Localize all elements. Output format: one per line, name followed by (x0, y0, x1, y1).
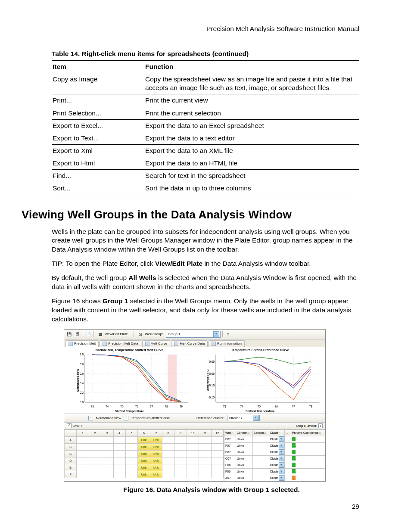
well-cell[interactable] (162, 443, 174, 450)
report-icon[interactable]: 📄 (85, 331, 92, 338)
well-cell[interactable] (77, 436, 89, 443)
well-cell[interactable] (162, 464, 174, 471)
well-cell[interactable] (162, 457, 174, 464)
well-cell[interactable] (77, 457, 89, 464)
chevron-down-icon[interactable]: ▾ (279, 475, 284, 481)
tab-precision-melt[interactable]: Precision Melt (65, 340, 99, 347)
help-icon[interactable]: ? (224, 331, 231, 338)
well-cell[interactable] (187, 443, 199, 450)
well-cell[interactable] (162, 450, 174, 457)
tab-melt-curve[interactable]: Melt Curve (142, 340, 171, 347)
well-cell[interactable]: Unk (150, 436, 162, 443)
well-cell[interactable]: Unk (150, 457, 162, 464)
well-cell[interactable] (187, 471, 199, 478)
well-cell[interactable]: Unk (150, 443, 162, 450)
well-cell[interactable] (101, 457, 113, 464)
well-cell[interactable] (113, 450, 125, 457)
well-cell[interactable] (199, 450, 211, 457)
well-cell[interactable]: Unk (138, 436, 150, 443)
well-cell[interactable] (174, 457, 187, 464)
well-cell[interactable] (211, 436, 224, 443)
well-cell[interactable] (101, 436, 113, 443)
well-cell[interactable] (211, 450, 224, 457)
tab-melt-curve-data[interactable]: Melt Curve Data (171, 340, 208, 347)
well-cell[interactable] (125, 443, 137, 450)
sybr-checkbox[interactable]: ✓ (67, 423, 72, 428)
well-cell[interactable] (199, 457, 211, 464)
chevron-down-icon[interactable]: ▾ (279, 436, 284, 442)
well-cell[interactable] (77, 450, 89, 457)
well-cell[interactable] (174, 436, 187, 443)
well-cell[interactable] (199, 471, 211, 478)
well-cell[interactable] (187, 450, 199, 457)
well-cell[interactable] (89, 436, 101, 443)
well-cell[interactable]: Unk (150, 450, 162, 457)
well-cell[interactable] (101, 450, 113, 457)
well-cell[interactable] (211, 457, 224, 464)
well-cell[interactable] (187, 457, 199, 464)
well-cell[interactable] (174, 471, 187, 478)
well-cell[interactable] (101, 443, 113, 450)
table-row[interactable]: E07UnknCluster 2▾99. (224, 436, 325, 442)
well-cell[interactable] (125, 464, 137, 471)
table-row[interactable]: B07UnknCluster 3▾93. (224, 449, 325, 455)
reference-cluster-select[interactable]: Cluster 7 ▾ (227, 415, 260, 421)
well-cell[interactable]: Unk (138, 464, 150, 471)
print-preview-icon[interactable]: 🗐 (74, 331, 81, 338)
chevron-down-icon[interactable]: ▾ (279, 449, 284, 455)
well-cell[interactable] (125, 457, 137, 464)
well-cell[interactable] (199, 436, 211, 443)
well-cell[interactable] (77, 471, 89, 478)
well-cell[interactable] (174, 443, 187, 450)
well-cell[interactable] (101, 464, 113, 471)
table-row[interactable]: F07UnknCluster 2▾99. (224, 442, 325, 449)
well-cell[interactable] (211, 443, 224, 450)
well-cell[interactable] (77, 443, 89, 450)
well-cell[interactable] (211, 464, 224, 471)
well-cell[interactable] (113, 464, 125, 471)
well-cell[interactable] (187, 464, 199, 471)
well-cell[interactable] (162, 471, 174, 478)
well-cell[interactable] (89, 471, 101, 478)
well-cell[interactable] (101, 471, 113, 478)
well-selector-grid[interactable]: 123456789101112AUnkUnkBUnkUnkCUnkUnkDUnk… (64, 429, 224, 481)
chevron-down-icon[interactable]: ▾ (279, 462, 284, 468)
well-cell[interactable] (113, 443, 125, 450)
well-cell[interactable] (89, 457, 101, 464)
well-cell[interactable]: Unk (138, 450, 150, 457)
well-cell[interactable]: Unk (138, 471, 150, 478)
well-cell[interactable] (113, 436, 125, 443)
cluster-table[interactable]: Well◇Content◇Sample◇Cluster△Percent Conf… (224, 429, 325, 481)
well-cell[interactable] (187, 436, 199, 443)
well-cell[interactable]: Unk (150, 471, 162, 478)
well-cell[interactable] (89, 443, 101, 450)
normalized-view-checkbox[interactable]: ✓ (88, 416, 93, 420)
table-row[interactable]: C07UnknCluster 3▾96. (224, 455, 325, 462)
well-cell[interactable] (113, 471, 125, 478)
temp-shifted-view-checkbox[interactable]: ✓ (124, 416, 128, 420)
well-cell[interactable]: Unk (150, 464, 162, 471)
well-cell[interactable] (89, 450, 101, 457)
well-cell[interactable] (211, 471, 224, 478)
well-cell[interactable] (199, 464, 211, 471)
step-number-input[interactable]: 7 (318, 423, 323, 428)
table-row[interactable]: A07UnknCluster 5▾84. (224, 475, 325, 481)
well-cell[interactable] (125, 450, 137, 457)
well-cell[interactable] (174, 464, 187, 471)
well-cell[interactable] (125, 436, 137, 443)
well-cell[interactable] (89, 464, 101, 471)
view-edit-plate-button[interactable]: ▦ View/Edit Plate... (96, 330, 132, 338)
tab-run-information[interactable]: Run Information (209, 340, 245, 347)
chevron-down-icon[interactable]: ▾ (279, 443, 284, 448)
well-cell[interactable] (125, 471, 137, 478)
well-cell[interactable]: Unk (138, 443, 150, 450)
well-cell[interactable] (113, 457, 125, 464)
chevron-down-icon[interactable]: ▾ (279, 456, 284, 461)
well-cell[interactable]: Unk (138, 457, 150, 464)
table-row[interactable]: F06UnknCluster 4▾99. (224, 468, 325, 475)
chevron-down-icon[interactable]: ▾ (279, 469, 284, 474)
well-group-select[interactable]: Group 1 ▾ (166, 331, 221, 338)
well-cell[interactable] (174, 450, 187, 457)
well-cell[interactable] (77, 464, 89, 471)
well-cell[interactable] (162, 436, 174, 443)
